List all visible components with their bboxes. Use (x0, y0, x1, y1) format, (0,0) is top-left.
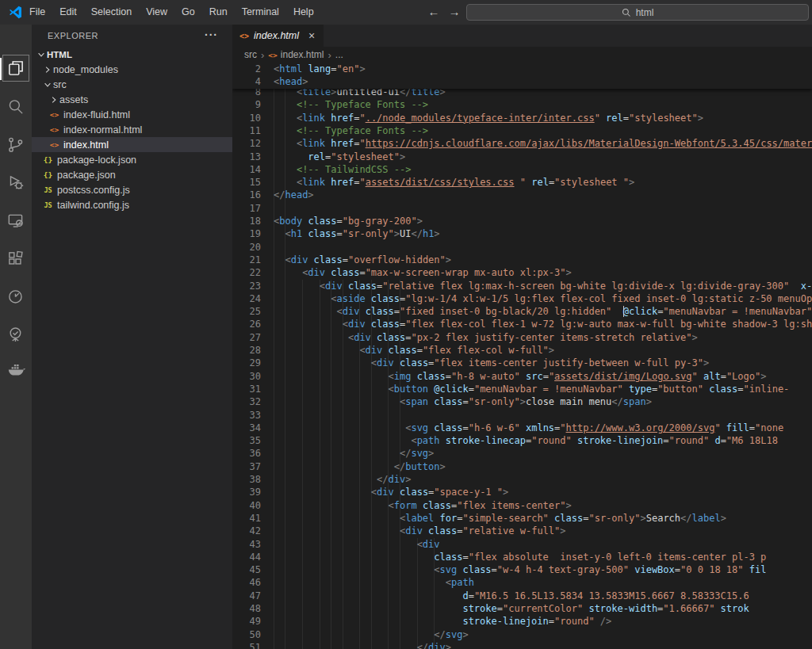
source-control-icon[interactable] (6, 135, 26, 155)
search-icon[interactable] (6, 97, 26, 117)
code-line[interactable]: 35 <path stroke-linecap="round" stroke-l… (232, 434, 812, 448)
menu-bar: FileEditSelectionViewGoRunTerminalHelp (22, 0, 321, 25)
menu-item-view[interactable]: View (139, 0, 174, 25)
code-line[interactable]: 23 <div class="relative flex lg:max-h-sc… (232, 280, 812, 293)
tree-item-label: package.json (57, 170, 116, 181)
tree-item-html[interactable]: HTML (32, 47, 232, 62)
code-line[interactable]: 49 stroke-linejoin="round" /> (232, 615, 812, 628)
run-debug-icon[interactable] (6, 173, 26, 193)
line-number: 39 (232, 486, 261, 498)
code-line[interactable]: 11 <!-- Typeface Fonts --> (232, 124, 812, 138)
code-line[interactable]: 33 (232, 409, 812, 422)
tree-item-postcss-config-js[interactable]: JSpostcss.config.js (32, 182, 232, 197)
code-line[interactable]: 13 rel="stylesheet"> (232, 151, 812, 164)
code-line[interactable]: 38 </div> (232, 473, 812, 487)
code-line[interactable]: 36 </svg> (232, 447, 812, 460)
code-line[interactable]: 20 (232, 241, 812, 254)
code-line[interactable]: 17 (232, 202, 812, 216)
line-number: 4 (232, 75, 261, 88)
docker-icon[interactable] (6, 361, 26, 381)
code-line[interactable]: 34 <svg class="h-6 w-6" xmlns="http://ww… (232, 422, 812, 435)
code-line[interactable]: 41 <label for="simple-search" class="sr-… (232, 512, 812, 525)
tab-close-icon[interactable]: × (307, 29, 316, 42)
code-line[interactable]: 48 stroke="currentColor" stroke-width="1… (232, 602, 812, 616)
code-line[interactable]: 2<html lang="en"> (232, 63, 812, 76)
nav-back-arrow[interactable]: ← (423, 0, 444, 25)
code-line[interactable]: 26 <div class="flex flex-col flex-1 w-72… (232, 318, 812, 331)
line-number: 14 (232, 163, 261, 176)
menu-item-go[interactable]: Go (174, 0, 202, 25)
code-line[interactable]: 47 d="M16.5 16.5L13.5834 13.5833M15.6667… (232, 590, 812, 603)
line-content: </head> (274, 189, 314, 200)
code-line[interactable]: 45 <svg class="w-4 h-4 text-gray-500" vi… (232, 563, 812, 577)
explorer-icon[interactable] (6, 58, 26, 78)
code-line[interactable]: 42 <div class="relative w-full"> (232, 525, 812, 538)
explorer-more-actions-icon[interactable]: ··· (205, 25, 218, 47)
code-line[interactable]: 19 <h1 class="sr-only">UI</h1> (232, 227, 812, 241)
tree-item-package-lock-json[interactable]: {}package-lock.json (32, 152, 232, 167)
code-line[interactable]: 12 <link href="https://cdnjs.cloudflare.… (232, 137, 812, 151)
code-line[interactable]: 24 <aside class="lg:w-1/4 xl:w-1/5 lg:fl… (232, 292, 812, 306)
line-content: <div class="overflow-hidden"> (274, 254, 451, 265)
code-editor[interactable]: 8 <title>untitled-ui</title>9 <!-- Typef… (232, 63, 812, 649)
tree-item-index-normal-html[interactable]: <>index-normal.html (32, 122, 232, 137)
breadcrumb-item-index-html[interactable]: <>index.html (268, 49, 324, 60)
code-line[interactable]: 18<body class="bg-gray-200"> (232, 215, 812, 228)
menu-item-file[interactable]: File (22, 0, 52, 25)
code-line[interactable]: 51 </div> (232, 641, 812, 649)
breadcrumb-item-src[interactable]: src (244, 49, 257, 60)
code-line[interactable]: 22 <div class="max-w-screen-wrap mx-auto… (232, 266, 812, 280)
code-line[interactable]: 40 <form class="flex items-center"> (232, 499, 812, 513)
html-file-icon: <> (48, 140, 60, 149)
sticky-scroll[interactable]: 2<html lang="en">4<head> (232, 63, 812, 89)
clock-icon[interactable] (6, 287, 26, 307)
tree-item-index-fluid-html[interactable]: <>index-fluid.html (32, 107, 232, 122)
code-line[interactable]: 16</head> (232, 189, 812, 202)
tree-check-icon[interactable] (6, 325, 26, 345)
code-line[interactable]: 21 <div class="overflow-hidden"> (232, 254, 812, 267)
code-line[interactable]: 15 <link href="assets/dist/css/styles.cs… (232, 176, 812, 189)
code-line[interactable]: 30 <img class="h-8 w-auto" src="assets/d… (232, 370, 812, 384)
code-line[interactable]: 39 <div class="space-y-1 "> (232, 486, 812, 499)
breadcrumb-item--[interactable]: ... (335, 49, 343, 60)
command-center-search[interactable]: html (466, 4, 809, 21)
explorer-header: EXPLORER (48, 25, 98, 47)
line-content: </svg> (274, 629, 469, 640)
menu-item-run[interactable]: Run (202, 0, 235, 25)
tree-item-tailwind-config-js[interactable]: JStailwind.config.js (32, 197, 232, 212)
code-line[interactable]: 14 <!-- TailwindCSS --> (232, 163, 812, 177)
extensions-icon[interactable] (6, 249, 26, 269)
tree-item-assets[interactable]: assets (32, 92, 232, 107)
tree-item-package-json[interactable]: {}package.json (32, 167, 232, 182)
tree-item-src[interactable]: src (32, 77, 232, 92)
code-line[interactable]: 46 <path (232, 576, 812, 590)
code-line[interactable]: 50 </svg> (232, 628, 812, 642)
line-content: <link href="https://cdnjs.cloudflare.com… (274, 138, 812, 149)
remote-explorer-icon[interactable] (6, 211, 26, 231)
nav-forward-arrow[interactable]: → (444, 0, 465, 25)
vscode-window: FileEditSelectionViewGoRunTerminalHelp ←… (0, 0, 812, 649)
menu-item-selection[interactable]: Selection (84, 0, 139, 25)
code-line[interactable]: 37 </button> (232, 460, 812, 474)
code-line[interactable]: 9 <!-- Typeface Fonts --> (232, 98, 812, 112)
code-line[interactable]: 25 <div class="fixed inset-0 bg-black/20… (232, 305, 812, 319)
tree-item-node-modules[interactable]: node_modules (32, 62, 232, 77)
line-number: 16 (232, 189, 261, 201)
code-line[interactable]: 4<head> (232, 75, 812, 89)
code-line[interactable]: 29 <div class="flex items-center justify… (232, 357, 812, 370)
line-content: <img class="h-8 w-auto" src="assets/dist… (274, 371, 766, 382)
code-line[interactable]: 32 <span class="sr-only">close main menu… (232, 395, 812, 409)
code-line[interactable]: 44 class="flex absolute inset-y-0 left-0… (232, 551, 812, 564)
tab-index-html[interactable]: <> index.html × (232, 25, 324, 47)
tree-item-label: HTML (47, 50, 72, 59)
code-line[interactable]: 31 <button @click="menuNavbar = !menuNav… (232, 383, 812, 396)
code-line[interactable]: 10 <link href="../node_modules/typeface-… (232, 112, 812, 125)
code-line[interactable]: 27 <div class="px-2 flex justify-center … (232, 331, 812, 345)
menu-item-terminal[interactable]: Terminal (235, 0, 286, 25)
menu-item-help[interactable]: Help (286, 0, 321, 25)
code-line[interactable]: 28 <div class="flex flex-col w-full"> (232, 344, 812, 357)
tree-item-index-html[interactable]: <>index.html (32, 137, 232, 152)
line-content: </div> (274, 474, 411, 485)
menu-item-edit[interactable]: Edit (52, 0, 84, 25)
code-line[interactable]: 43 <div (232, 538, 812, 552)
